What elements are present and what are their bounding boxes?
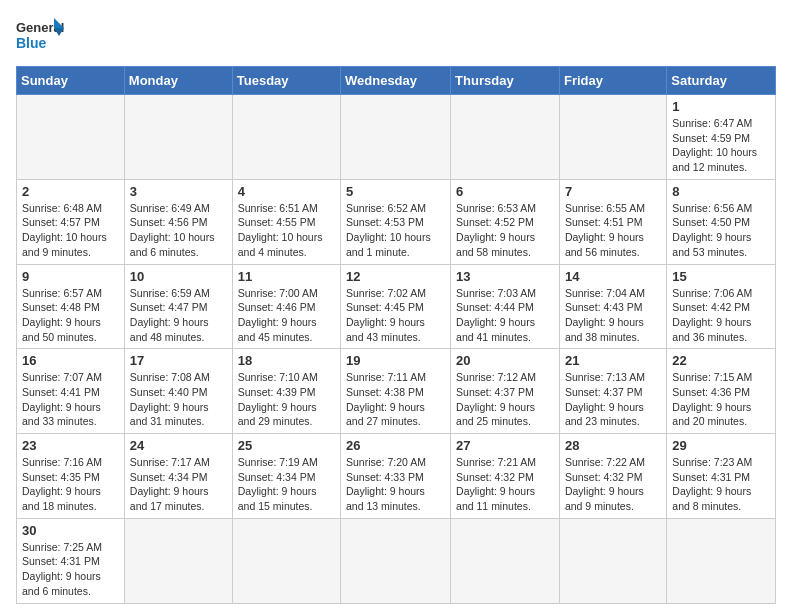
weekday-row: SundayMondayTuesdayWednesdayThursdayFrid…	[17, 67, 776, 95]
day-number: 5	[346, 184, 445, 199]
day-info: Sunrise: 6:56 AM Sunset: 4:50 PM Dayligh…	[672, 201, 770, 260]
day-info: Sunrise: 6:52 AM Sunset: 4:53 PM Dayligh…	[346, 201, 445, 260]
day-number: 3	[130, 184, 227, 199]
weekday-header-wednesday: Wednesday	[341, 67, 451, 95]
calendar-cell: 29Sunrise: 7:23 AM Sunset: 4:31 PM Dayli…	[667, 434, 776, 519]
calendar-cell: 13Sunrise: 7:03 AM Sunset: 4:44 PM Dayli…	[451, 264, 560, 349]
calendar-week-4: 16Sunrise: 7:07 AM Sunset: 4:41 PM Dayli…	[17, 349, 776, 434]
day-info: Sunrise: 6:48 AM Sunset: 4:57 PM Dayligh…	[22, 201, 119, 260]
calendar-cell: 30Sunrise: 7:25 AM Sunset: 4:31 PM Dayli…	[17, 518, 125, 603]
day-info: Sunrise: 7:21 AM Sunset: 4:32 PM Dayligh…	[456, 455, 554, 514]
calendar-cell: 26Sunrise: 7:20 AM Sunset: 4:33 PM Dayli…	[341, 434, 451, 519]
day-number: 15	[672, 269, 770, 284]
calendar-table: SundayMondayTuesdayWednesdayThursdayFrid…	[16, 66, 776, 604]
weekday-header-sunday: Sunday	[17, 67, 125, 95]
day-info: Sunrise: 7:10 AM Sunset: 4:39 PM Dayligh…	[238, 370, 335, 429]
day-number: 2	[22, 184, 119, 199]
day-info: Sunrise: 6:55 AM Sunset: 4:51 PM Dayligh…	[565, 201, 661, 260]
day-number: 20	[456, 353, 554, 368]
calendar-cell	[341, 518, 451, 603]
calendar-header: SundayMondayTuesdayWednesdayThursdayFrid…	[17, 67, 776, 95]
day-info: Sunrise: 7:08 AM Sunset: 4:40 PM Dayligh…	[130, 370, 227, 429]
day-number: 19	[346, 353, 445, 368]
day-info: Sunrise: 7:23 AM Sunset: 4:31 PM Dayligh…	[672, 455, 770, 514]
calendar-cell: 22Sunrise: 7:15 AM Sunset: 4:36 PM Dayli…	[667, 349, 776, 434]
day-info: Sunrise: 7:07 AM Sunset: 4:41 PM Dayligh…	[22, 370, 119, 429]
day-number: 11	[238, 269, 335, 284]
day-info: Sunrise: 7:19 AM Sunset: 4:34 PM Dayligh…	[238, 455, 335, 514]
day-info: Sunrise: 7:11 AM Sunset: 4:38 PM Dayligh…	[346, 370, 445, 429]
day-number: 7	[565, 184, 661, 199]
calendar-cell	[559, 518, 666, 603]
svg-text:Blue: Blue	[16, 35, 47, 51]
day-info: Sunrise: 6:49 AM Sunset: 4:56 PM Dayligh…	[130, 201, 227, 260]
calendar-cell	[341, 95, 451, 180]
calendar-cell	[559, 95, 666, 180]
day-info: Sunrise: 7:12 AM Sunset: 4:37 PM Dayligh…	[456, 370, 554, 429]
day-info: Sunrise: 7:02 AM Sunset: 4:45 PM Dayligh…	[346, 286, 445, 345]
day-info: Sunrise: 7:25 AM Sunset: 4:31 PM Dayligh…	[22, 540, 119, 599]
day-info: Sunrise: 7:22 AM Sunset: 4:32 PM Dayligh…	[565, 455, 661, 514]
weekday-header-saturday: Saturday	[667, 67, 776, 95]
calendar-cell: 16Sunrise: 7:07 AM Sunset: 4:41 PM Dayli…	[17, 349, 125, 434]
day-number: 21	[565, 353, 661, 368]
calendar-cell	[232, 95, 340, 180]
calendar-cell: 19Sunrise: 7:11 AM Sunset: 4:38 PM Dayli…	[341, 349, 451, 434]
calendar-cell	[17, 95, 125, 180]
day-number: 22	[672, 353, 770, 368]
day-info: Sunrise: 7:17 AM Sunset: 4:34 PM Dayligh…	[130, 455, 227, 514]
day-number: 1	[672, 99, 770, 114]
calendar-cell: 14Sunrise: 7:04 AM Sunset: 4:43 PM Dayli…	[559, 264, 666, 349]
day-number: 24	[130, 438, 227, 453]
calendar-cell: 20Sunrise: 7:12 AM Sunset: 4:37 PM Dayli…	[451, 349, 560, 434]
day-info: Sunrise: 6:59 AM Sunset: 4:47 PM Dayligh…	[130, 286, 227, 345]
weekday-header-monday: Monday	[124, 67, 232, 95]
calendar-week-6: 30Sunrise: 7:25 AM Sunset: 4:31 PM Dayli…	[17, 518, 776, 603]
calendar-cell	[232, 518, 340, 603]
calendar-cell: 8Sunrise: 6:56 AM Sunset: 4:50 PM Daylig…	[667, 179, 776, 264]
day-info: Sunrise: 6:53 AM Sunset: 4:52 PM Dayligh…	[456, 201, 554, 260]
day-number: 12	[346, 269, 445, 284]
day-number: 28	[565, 438, 661, 453]
day-number: 18	[238, 353, 335, 368]
day-info: Sunrise: 7:13 AM Sunset: 4:37 PM Dayligh…	[565, 370, 661, 429]
weekday-header-tuesday: Tuesday	[232, 67, 340, 95]
calendar-cell: 9Sunrise: 6:57 AM Sunset: 4:48 PM Daylig…	[17, 264, 125, 349]
calendar-cell	[451, 518, 560, 603]
day-info: Sunrise: 6:51 AM Sunset: 4:55 PM Dayligh…	[238, 201, 335, 260]
logo-svg: General Blue	[16, 16, 66, 58]
day-number: 27	[456, 438, 554, 453]
calendar-week-1: 1Sunrise: 6:47 AM Sunset: 4:59 PM Daylig…	[17, 95, 776, 180]
day-number: 8	[672, 184, 770, 199]
day-number: 10	[130, 269, 227, 284]
calendar-cell: 3Sunrise: 6:49 AM Sunset: 4:56 PM Daylig…	[124, 179, 232, 264]
day-number: 25	[238, 438, 335, 453]
weekday-header-thursday: Thursday	[451, 67, 560, 95]
calendar-cell: 12Sunrise: 7:02 AM Sunset: 4:45 PM Dayli…	[341, 264, 451, 349]
calendar-cell: 28Sunrise: 7:22 AM Sunset: 4:32 PM Dayli…	[559, 434, 666, 519]
day-number: 17	[130, 353, 227, 368]
calendar-week-3: 9Sunrise: 6:57 AM Sunset: 4:48 PM Daylig…	[17, 264, 776, 349]
day-info: Sunrise: 7:04 AM Sunset: 4:43 PM Dayligh…	[565, 286, 661, 345]
calendar-cell: 6Sunrise: 6:53 AM Sunset: 4:52 PM Daylig…	[451, 179, 560, 264]
day-number: 6	[456, 184, 554, 199]
day-number: 30	[22, 523, 119, 538]
day-number: 29	[672, 438, 770, 453]
day-number: 23	[22, 438, 119, 453]
day-number: 16	[22, 353, 119, 368]
calendar-cell: 23Sunrise: 7:16 AM Sunset: 4:35 PM Dayli…	[17, 434, 125, 519]
day-info: Sunrise: 7:20 AM Sunset: 4:33 PM Dayligh…	[346, 455, 445, 514]
calendar-cell: 25Sunrise: 7:19 AM Sunset: 4:34 PM Dayli…	[232, 434, 340, 519]
calendar-cell: 4Sunrise: 6:51 AM Sunset: 4:55 PM Daylig…	[232, 179, 340, 264]
day-info: Sunrise: 7:15 AM Sunset: 4:36 PM Dayligh…	[672, 370, 770, 429]
logo: General Blue	[16, 16, 66, 58]
calendar-cell	[124, 95, 232, 180]
calendar-cell: 15Sunrise: 7:06 AM Sunset: 4:42 PM Dayli…	[667, 264, 776, 349]
page-header: General Blue	[16, 16, 776, 58]
calendar-cell: 24Sunrise: 7:17 AM Sunset: 4:34 PM Dayli…	[124, 434, 232, 519]
day-number: 13	[456, 269, 554, 284]
weekday-header-friday: Friday	[559, 67, 666, 95]
calendar-cell: 11Sunrise: 7:00 AM Sunset: 4:46 PM Dayli…	[232, 264, 340, 349]
calendar-cell	[451, 95, 560, 180]
day-info: Sunrise: 7:03 AM Sunset: 4:44 PM Dayligh…	[456, 286, 554, 345]
